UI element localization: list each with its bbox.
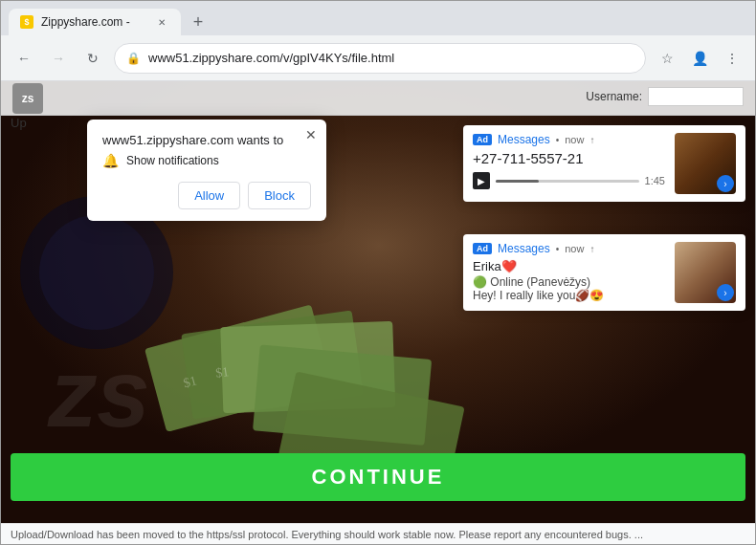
popup-close-button[interactable]: ✕ — [305, 127, 317, 142]
ad-source-1: Messages — [498, 133, 550, 146]
bookmark-icon[interactable]: ☆ — [654, 45, 680, 72]
ad-message-text: Hey! I really like you🏈😍 — [473, 289, 665, 302]
ad-panel-1-header: Ad Messages • now ↑ — [473, 133, 665, 146]
ad-badge-2: Ad — [473, 243, 492, 254]
ad-time-2: now — [565, 243, 584, 254]
svg-text:$1: $1 — [214, 364, 230, 381]
lock-icon: 🔒 — [126, 52, 141, 65]
tab-close-button[interactable]: ✕ — [154, 14, 169, 30]
popup-notification-row: 🔔 Show notifications — [102, 153, 311, 168]
browser-window: $ Zippyshare.com - ✕ + ← → ↻ 🔒 www51.zip… — [0, 0, 756, 545]
ad-close-btn-2[interactable]: › — [717, 284, 734, 301]
ad-badge-1: Ad — [473, 134, 492, 145]
profile-icon[interactable]: 👤 — [686, 45, 713, 72]
ad-arrow-2: ↑ — [589, 244, 594, 254]
ad-close-btn-1[interactable]: › — [717, 175, 734, 192]
ad-arrow-1: ↑ — [589, 135, 594, 145]
ad-panel-2-header: Ad Messages • now ↑ — [473, 242, 665, 255]
forward-button[interactable]: → — [45, 45, 72, 72]
ad-panel-2-content: Ad Messages • now ↑ Erika❤️ 🟢 Online (Pa… — [473, 242, 665, 303]
username-input[interactable] — [648, 87, 744, 106]
status-text: Upload/Download has been moved to the ht… — [11, 529, 643, 540]
new-tab-button[interactable]: + — [185, 9, 211, 35]
block-button[interactable]: Block — [248, 182, 311, 209]
ad-progress-bar — [496, 180, 639, 183]
address-bar: ← → ↻ 🔒 www51.zippyshare.com/v/gpIV4KYs/… — [1, 35, 755, 81]
tab-bar: $ Zippyshare.com - ✕ + — [1, 1, 755, 35]
ad-source-2: Messages — [498, 242, 550, 255]
username-bar: Username: — [574, 81, 755, 112]
page-header: zs Up Username: — [1, 81, 755, 116]
ad-thumbnail-2: › — [675, 242, 736, 303]
continue-button[interactable]: CONTINUE — [11, 453, 745, 501]
ad-dot-2: • — [556, 244, 560, 254]
popup-notification-text: Show notifications — [126, 154, 219, 167]
url-text: www51.zippyshare.com/v/gpIV4KYs/file.htm… — [148, 51, 634, 65]
bell-icon: 🔔 — [102, 153, 119, 168]
status-bar: Upload/Download has been moved to the ht… — [1, 523, 755, 544]
ad-thumbnail-1: › — [675, 133, 736, 194]
ad-time-1: now — [565, 134, 584, 145]
upload-section-label: Up — [11, 116, 27, 130]
ad-play-button[interactable]: ▶ — [473, 172, 490, 189]
back-button[interactable]: ← — [11, 45, 37, 72]
popup-title: www51.zippyshare.com wants to — [102, 133, 311, 147]
site-logo: zs — [12, 83, 43, 114]
ad-panel-2: Ad Messages • now ↑ Erika❤️ 🟢 Online (Pa… — [463, 234, 745, 311]
reload-button[interactable]: ↻ — [79, 45, 106, 72]
username-label: Username: — [586, 90, 642, 103]
notification-popup: ✕ www51.zippyshare.com wants to 🔔 Show n… — [87, 120, 326, 221]
ad-status: 🟢 Online (Panevėžys) — [473, 275, 665, 289]
tab-title: Zippyshare.com - — [41, 15, 146, 29]
url-bar[interactable]: 🔒 www51.zippyshare.com/v/gpIV4KYs/file.h… — [114, 43, 646, 74]
ad-dot-1: • — [556, 135, 560, 145]
ad-controls: ▶ 1:45 — [473, 172, 665, 189]
active-tab[interactable]: $ Zippyshare.com - ✕ — [9, 9, 181, 35]
allow-button[interactable]: Allow — [178, 182, 240, 209]
ad-panel-1-content: Ad Messages • now ↑ +27-711-5557-21 ▶ 1:… — [473, 133, 665, 194]
svg-point-9 — [39, 215, 154, 330]
toolbar-icons: ☆ 👤 ⋮ — [654, 45, 745, 72]
ad-duration: 1:45 — [645, 175, 665, 186]
page-content: $1 $1 zs zs Up Username: — [1, 81, 755, 544]
ad-phone-number: +27-711-5557-21 — [473, 150, 665, 166]
ad-message-name: Erika❤️ — [473, 259, 665, 273]
ad-panel-1: Ad Messages • now ↑ +27-711-5557-21 ▶ 1:… — [463, 125, 745, 202]
menu-icon[interactable]: ⋮ — [719, 45, 745, 72]
popup-buttons: Allow Block — [102, 182, 311, 209]
tab-favicon: $ — [20, 15, 33, 29]
ad-progress-fill — [496, 180, 539, 183]
